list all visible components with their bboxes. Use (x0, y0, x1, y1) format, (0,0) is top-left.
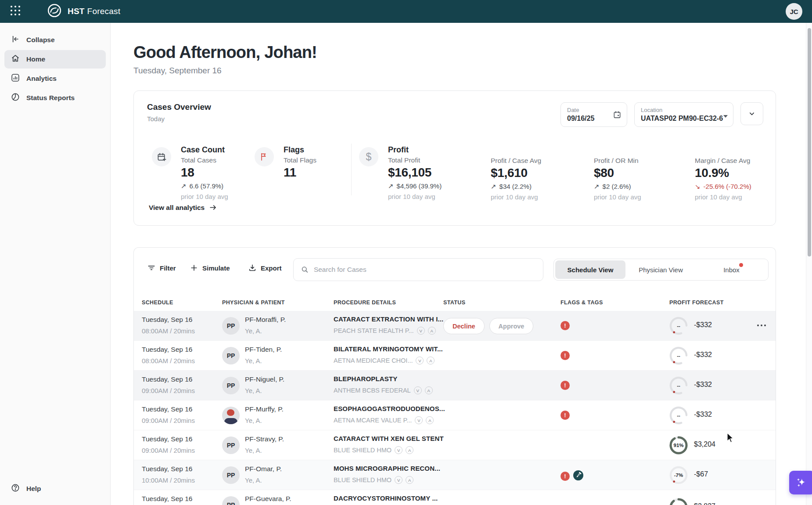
screw-tag-icon[interactable] (573, 470, 583, 482)
payer-line: AETNA MEDICARE CHOI... V A (334, 357, 435, 364)
decline-button[interactable]: Decline (443, 318, 485, 334)
alert-flag-icon[interactable] (560, 472, 570, 481)
tab-schedule-view[interactable]: Schedule View (555, 260, 625, 279)
overview-collapse-button[interactable] (740, 102, 763, 125)
patient-name: Ye, A. (245, 417, 262, 424)
sidebar-item-status-reports[interactable]: Status Reports (4, 89, 106, 107)
case-time: 09:00AM / 20mins (142, 417, 195, 424)
tab-inbox[interactable]: Inbox (696, 260, 767, 279)
trend-up-arrow: $2 (2.6%) (594, 183, 641, 191)
case-count-icon (152, 147, 171, 166)
physician-avatar: PP (222, 377, 240, 394)
main-content: Good Afternoon, Johan! Tuesday, Septembe… (111, 23, 812, 505)
scrollbar-thumb[interactable] (808, 28, 811, 256)
filter-button[interactable]: Filter (147, 263, 176, 272)
location-select[interactable]: Location UATASP02 PM90-EC32-6 (634, 102, 733, 127)
col-schedule: SCHEDULE (142, 299, 173, 306)
metric-note: prior 10 day avg (594, 193, 641, 201)
metric-margin-case-avg: Margin / Case Avg 10.9% -25.6% (-70.2%) … (695, 157, 751, 201)
forecast-value: -$332 (694, 351, 712, 359)
tab-inbox-label: Inbox (723, 266, 740, 274)
alert-flag-icon[interactable] (560, 381, 570, 390)
case-date: Tuesday, Sep 16 (142, 405, 192, 413)
case-row[interactable]: Tuesday, Sep 16 08:00AM / 20mins PP PF-T… (134, 341, 776, 371)
auth-badge: A (427, 357, 435, 364)
sidebar-collapse[interactable]: Collapse (4, 31, 106, 49)
export-button[interactable]: Export (248, 263, 282, 272)
payer-name: AETNA MEDICARE CHOI... (334, 357, 413, 364)
approve-button[interactable]: Approve (489, 318, 534, 334)
apps-grid-icon[interactable] (10, 5, 21, 18)
metric-value: $1,610 (491, 166, 541, 180)
sidebar-collapse-label: Collapse (26, 36, 55, 44)
trend-down-arrow: -25.6% (-70.2%) (695, 183, 751, 191)
sidebar-item-analytics[interactable]: Analytics (4, 69, 106, 88)
sidebar-status-reports-label: Status Reports (26, 94, 75, 102)
payer-name: BLUE SHIELD HMO (334, 447, 392, 454)
auth-badge: A (406, 476, 413, 484)
forecast-value: -$67 (694, 470, 708, 478)
metric-title: Profit (388, 145, 442, 155)
metric-value: 11 (284, 166, 316, 180)
forecast-value: -$332 (694, 411, 712, 418)
payer-line: PEACH STATE HEALTH P... V A (334, 327, 436, 335)
col-procedure: PROCEDURE DETAILS (334, 299, 396, 306)
collapse-icon (11, 34, 20, 46)
gauge-percent: -- (669, 376, 688, 395)
case-row[interactable]: Tuesday, Sep 16 08:00AM / 20mins PP PF-M… (134, 311, 776, 341)
payer-line: BLUE SHIELD HMO V A (334, 476, 413, 484)
alert-flag-icon[interactable] (560, 321, 570, 330)
case-row[interactable]: Tuesday, Sep 16 09:00AM / 20mins PP PF-N… (134, 371, 776, 400)
physician-name: PF-Tiden, P. (245, 346, 282, 354)
procedure-name: BILATERAL MYRINGOTOMY WIT... (334, 345, 443, 353)
metric-label: Total Cases (181, 156, 228, 164)
brand[interactable]: HSTForecast (47, 3, 120, 20)
verified-badge: V (414, 386, 422, 394)
sidebar-item-home[interactable]: Home (4, 50, 106, 69)
brand-bold: HST (68, 7, 85, 16)
search-box (293, 258, 543, 281)
case-date: Tuesday, Sep 16 (142, 316, 192, 324)
patient-name: Ye, A. (245, 327, 262, 335)
col-physician: PHYSICIAN & PATIENT (222, 299, 285, 306)
simulate-button[interactable]: Simulate (190, 263, 230, 272)
forecast-value: -$332 (694, 381, 712, 389)
forecast-value: $2,827 (694, 502, 715, 505)
flag-icon (255, 147, 274, 166)
gauge-percent: -- (669, 317, 688, 335)
metric-note: prior 10 day avg (181, 193, 228, 200)
view-tabs: Schedule View Physician View Inbox (553, 259, 769, 281)
auth-badge: A (428, 327, 436, 335)
case-row[interactable]: Tuesday, Sep 16 PP PF-Guevara, P. DACRYO… (134, 490, 776, 505)
user-avatar[interactable]: JC (786, 3, 802, 20)
payer-name: PEACH STATE HEALTH P... (334, 327, 414, 334)
case-row[interactable]: Tuesday, Sep 16 09:00AM / 20mins PF-Murf… (134, 400, 776, 430)
location-value: UATASP02 PM90-EC32-6 (641, 115, 727, 123)
chevron-down-icon (747, 109, 757, 119)
procedure-name: CATARACT WITH XEN GEL STENT (334, 435, 444, 442)
view-all-analytics-link[interactable]: View all analytics (149, 203, 217, 212)
procedure-name: DACRYOCYSTORHINOSTOMY ... (334, 494, 438, 502)
sidebar-item-help[interactable]: Help (4, 480, 106, 498)
alert-flag-icon[interactable] (560, 351, 570, 360)
case-row[interactable]: Tuesday, Sep 16 10:00AM / 20mins PP PF-O… (134, 460, 776, 490)
ai-assistant-fab[interactable] (789, 471, 812, 494)
verified-badge: V (395, 476, 402, 484)
date-picker[interactable]: Date 09/16/25 (560, 102, 627, 127)
case-row[interactable]: Tuesday, Sep 16 09:00AM / 20mins PP PF-S… (134, 430, 776, 460)
row-menu-icon[interactable] (757, 325, 766, 326)
gauge-percent: -7% (669, 466, 688, 484)
brand-light: Forecast (87, 7, 121, 16)
physician-avatar: PP (222, 317, 240, 335)
download-icon (248, 263, 257, 272)
view-all-analytics-label: View all analytics (149, 204, 205, 212)
case-date: Tuesday, Sep 16 (142, 465, 192, 473)
profit-gauge: -- (669, 406, 688, 425)
auth-badge: A (426, 416, 434, 424)
tab-physician-view[interactable]: Physician View (625, 260, 696, 279)
patient-name: Ye, A. (245, 476, 262, 484)
metric-title: Flags (284, 145, 316, 155)
physician-name: PF-Niguel, P. (245, 375, 284, 383)
search-input[interactable] (314, 266, 536, 274)
alert-flag-icon[interactable] (560, 411, 570, 420)
